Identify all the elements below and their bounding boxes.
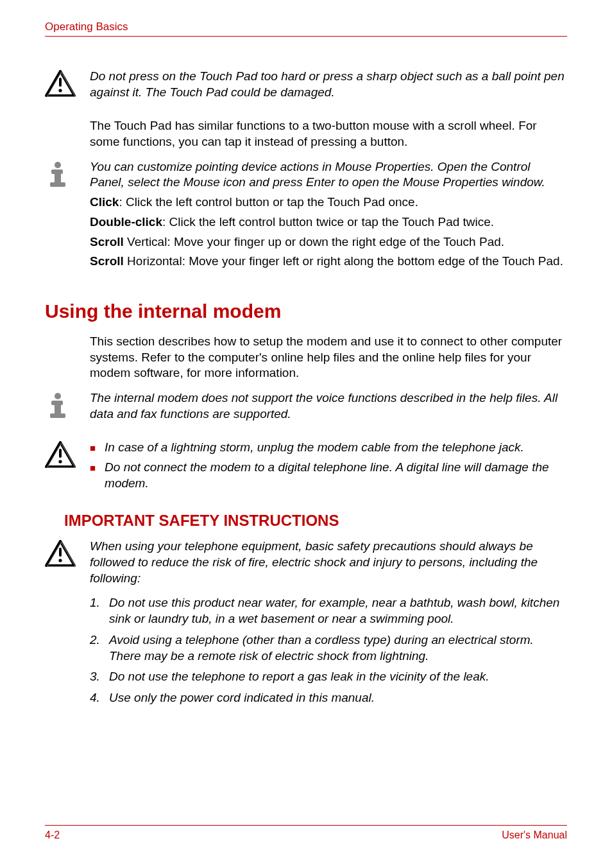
touchpad-para1: The Touch Pad has similar functions to a…: [90, 118, 567, 150]
item-number: 2.: [90, 632, 109, 648]
doubleclick-line: Double-click: Click the left control but…: [90, 214, 567, 230]
modem-note-callout: The internal modem does not support the …: [45, 390, 567, 431]
item-text: Avoid using a telephone (other than a co…: [109, 632, 567, 664]
footer-rule: [45, 825, 567, 826]
scrollv-line: Scroll Vertical: Move your finger up or …: [90, 234, 567, 250]
footer-right: User's Manual: [502, 829, 567, 841]
doubleclick-label: Double-click: [90, 215, 162, 229]
subsection-heading-safety: IMPORTANT SAFETY INSTRUCTIONS: [64, 512, 567, 530]
modem-note-text: The internal modem does not support the …: [90, 390, 567, 422]
scrollh-label: Scroll: [90, 254, 124, 268]
safety-intro: When using your telephone equipment, bas…: [90, 539, 567, 586]
footer-left: 4-2: [45, 829, 60, 841]
list-item: 2.Avoid using a telephone (other than a …: [90, 632, 567, 664]
list-item: Do not connect the modem to a digital te…: [90, 460, 567, 491]
modem-caution-2: Do not connect the modem to a digital te…: [105, 460, 567, 491]
list-item: In case of a lightning storm, unplug the…: [90, 440, 567, 456]
note-callout: You can customize pointing device action…: [45, 159, 567, 279]
modem-caution-list: In case of a lightning storm, unplug the…: [90, 440, 567, 491]
warning-icon: [45, 441, 76, 469]
safety-callout: When using your telephone equipment, bas…: [45, 539, 567, 711]
info-icon: [45, 161, 71, 189]
list-item: 4.Use only the power cord indicated in t…: [90, 690, 567, 706]
svg-point-4: [55, 162, 61, 168]
safety-list: 1.Do not use this product near water, fo…: [90, 595, 567, 706]
item-number: 4.: [90, 690, 109, 706]
svg-rect-7: [50, 182, 65, 187]
list-item: 3.Do not use the telephone to report a g…: [90, 669, 567, 685]
item-text: Use only the power cord indicated in thi…: [109, 690, 567, 706]
svg-point-3: [58, 89, 62, 92]
svg-point-19: [58, 559, 62, 562]
touchpad-caution-text: Do not press on the Touch Pad too hard o…: [90, 69, 567, 100]
caution-callout: Do not press on the Touch Pad too hard o…: [45, 69, 567, 109]
click-label: Click: [90, 195, 119, 209]
page-footer: 4-2 User's Manual: [45, 825, 567, 841]
scrollv-text: Vertical: Move your finger up or down th…: [124, 235, 504, 248]
header-rule: [45, 36, 567, 37]
scrollv-label: Scroll: [90, 235, 124, 248]
scrollh-line: Scroll Horizontal: Move your finger left…: [90, 254, 567, 270]
modem-caution-1: In case of a lightning storm, unplug the…: [105, 440, 524, 456]
scrollh-text: Horizontal: Move your finger left or rig…: [124, 254, 563, 268]
click-line: Click: Click the left control button or …: [90, 195, 567, 211]
item-text: Do not use this product near water, for …: [109, 595, 567, 627]
modem-intro: This section describes how to setup the …: [90, 334, 567, 381]
svg-point-15: [58, 460, 62, 464]
list-item: 1.Do not use this product near water, fo…: [90, 595, 567, 627]
warning-icon: [45, 540, 76, 568]
touchpad-note-text: You can customize pointing device action…: [90, 159, 567, 191]
warning-icon: [45, 70, 76, 98]
modem-caution-callout: In case of a lightning storm, unplug the…: [45, 440, 567, 495]
svg-rect-2: [59, 78, 62, 87]
item-text: Do not use the telephone to report a gas…: [109, 669, 567, 685]
page-header: Operating Basics: [45, 21, 567, 33]
item-number: 1.: [90, 595, 109, 611]
svg-rect-11: [50, 413, 65, 418]
info-icon: [45, 392, 71, 420]
svg-point-8: [55, 393, 61, 399]
svg-rect-18: [59, 548, 62, 557]
svg-rect-14: [59, 449, 62, 458]
doubleclick-text: : Click the left control button twice or…: [162, 215, 494, 229]
header-left: Operating Basics: [45, 21, 128, 33]
section-heading-modem: Using the internal modem: [45, 300, 567, 322]
click-text: : Click the left control button or tap t…: [119, 195, 418, 209]
item-number: 3.: [90, 669, 109, 685]
